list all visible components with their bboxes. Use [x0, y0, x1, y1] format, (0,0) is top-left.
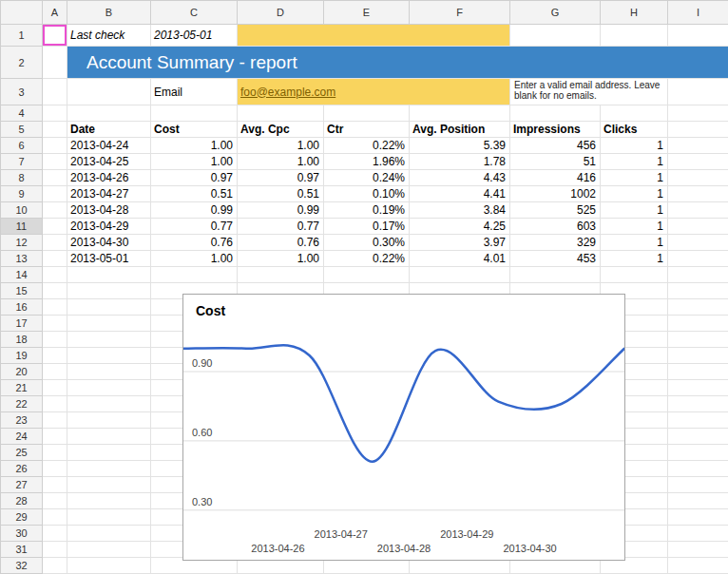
- cell[interactable]: [668, 170, 728, 186]
- cell[interactable]: [668, 79, 728, 105]
- avg-position-cell[interactable]: 4.01: [410, 251, 510, 267]
- ctr-cell[interactable]: 0.10%: [324, 186, 410, 202]
- row-header[interactable]: 6: [1, 138, 43, 154]
- avg-cpc-cell[interactable]: 0.77: [238, 219, 324, 235]
- cell[interactable]: [43, 348, 67, 364]
- avg-position-cell[interactable]: 1.78: [410, 154, 510, 170]
- row-header[interactable]: 5: [1, 122, 43, 138]
- cell[interactable]: [43, 219, 67, 235]
- avg-cpc-cell[interactable]: 1.00: [238, 154, 324, 170]
- cell[interactable]: [43, 251, 67, 267]
- cell[interactable]: [668, 429, 728, 445]
- cell[interactable]: [668, 542, 728, 558]
- cell[interactable]: [43, 122, 67, 138]
- cell[interactable]: [43, 154, 67, 170]
- cell[interactable]: [43, 493, 67, 509]
- cell[interactable]: [510, 105, 601, 122]
- cell[interactable]: [668, 332, 728, 348]
- impressions-cell[interactable]: 456: [510, 138, 601, 154]
- cost-cell[interactable]: 0.97: [151, 170, 238, 186]
- cell[interactable]: [410, 105, 510, 122]
- cell[interactable]: [43, 283, 67, 299]
- cost-cell[interactable]: 1.00: [151, 251, 238, 267]
- row-header[interactable]: 16: [1, 299, 43, 316]
- row-header[interactable]: 24: [1, 429, 43, 445]
- impressions-cell[interactable]: 525: [510, 202, 601, 219]
- cell[interactable]: [510, 267, 601, 283]
- cost-cell[interactable]: 0.99: [151, 202, 238, 219]
- cell[interactable]: [43, 267, 67, 283]
- cell[interactable]: [668, 509, 728, 526]
- row-header[interactable]: 18: [1, 332, 43, 348]
- cell[interactable]: [668, 138, 728, 154]
- cell[interactable]: [67, 79, 151, 105]
- impressions-cell[interactable]: 1002: [510, 186, 601, 202]
- column-header-E[interactable]: E: [324, 1, 410, 25]
- column-header-I[interactable]: I: [668, 1, 728, 25]
- col-header-avg-cpc[interactable]: Avg. Cpc: [238, 122, 324, 138]
- date-cell[interactable]: 2013-04-26: [67, 170, 151, 186]
- cell[interactable]: [668, 202, 728, 219]
- cell[interactable]: [601, 105, 668, 122]
- cell[interactable]: [668, 493, 728, 509]
- avg-position-cell[interactable]: 3.84: [410, 202, 510, 219]
- cell[interactable]: [668, 461, 728, 477]
- row-header[interactable]: 19: [1, 348, 43, 364]
- cell[interactable]: [324, 105, 410, 122]
- row-header[interactable]: 11: [1, 219, 43, 235]
- cost-cell[interactable]: 0.77: [151, 219, 238, 235]
- cost-cell[interactable]: 0.51: [151, 186, 238, 202]
- cell[interactable]: [67, 461, 151, 477]
- email-link[interactable]: foo@example.com: [240, 86, 335, 99]
- date-cell[interactable]: 2013-04-29: [67, 219, 151, 235]
- cell[interactable]: [43, 170, 67, 186]
- clicks-cell[interactable]: 1: [601, 219, 668, 235]
- col-header-impressions[interactable]: Impressions: [510, 122, 601, 138]
- cell[interactable]: [668, 154, 728, 170]
- date-cell[interactable]: 2013-04-25: [67, 154, 151, 170]
- cell[interactable]: [67, 445, 151, 461]
- cell[interactable]: [43, 47, 67, 79]
- cell[interactable]: [668, 25, 728, 47]
- cost-cell[interactable]: 0.76: [151, 235, 238, 251]
- cell[interactable]: [668, 219, 728, 235]
- cell[interactable]: [238, 105, 324, 122]
- impressions-cell[interactable]: 603: [510, 219, 601, 235]
- row-header[interactable]: 13: [1, 251, 43, 267]
- date-cell[interactable]: 2013-04-27: [67, 186, 151, 202]
- cell[interactable]: [668, 364, 728, 380]
- cell[interactable]: [67, 283, 151, 299]
- row-header[interactable]: 20: [1, 364, 43, 380]
- column-header-A[interactable]: A: [43, 1, 67, 25]
- cell[interactable]: [67, 509, 151, 526]
- cell[interactable]: [43, 138, 67, 154]
- cell[interactable]: [67, 316, 151, 332]
- cell[interactable]: [43, 412, 67, 429]
- cell[interactable]: [67, 299, 151, 316]
- cell[interactable]: [43, 299, 67, 316]
- impressions-cell[interactable]: 416: [510, 170, 601, 186]
- cell[interactable]: [668, 267, 728, 283]
- cell[interactable]: [43, 542, 67, 558]
- cell[interactable]: [43, 445, 67, 461]
- clicks-cell[interactable]: 1: [601, 186, 668, 202]
- cell[interactable]: [668, 412, 728, 429]
- ctr-cell[interactable]: 0.30%: [324, 235, 410, 251]
- cell[interactable]: [67, 364, 151, 380]
- cell[interactable]: [43, 461, 67, 477]
- select-all-corner[interactable]: [1, 1, 43, 25]
- cell[interactable]: [668, 396, 728, 412]
- cell[interactable]: [668, 558, 728, 574]
- row-header[interactable]: 9: [1, 186, 43, 202]
- date-cell[interactable]: 2013-05-01: [67, 251, 151, 267]
- cell[interactable]: [67, 542, 151, 558]
- cell[interactable]: [668, 348, 728, 364]
- avg-cpc-cell[interactable]: 0.76: [238, 235, 324, 251]
- cell[interactable]: [601, 25, 668, 47]
- cell[interactable]: [67, 558, 151, 574]
- cell[interactable]: [410, 267, 510, 283]
- row-header[interactable]: 3: [1, 79, 43, 105]
- clicks-cell[interactable]: 1: [601, 251, 668, 267]
- cell[interactable]: [668, 105, 728, 122]
- cell[interactable]: [67, 348, 151, 364]
